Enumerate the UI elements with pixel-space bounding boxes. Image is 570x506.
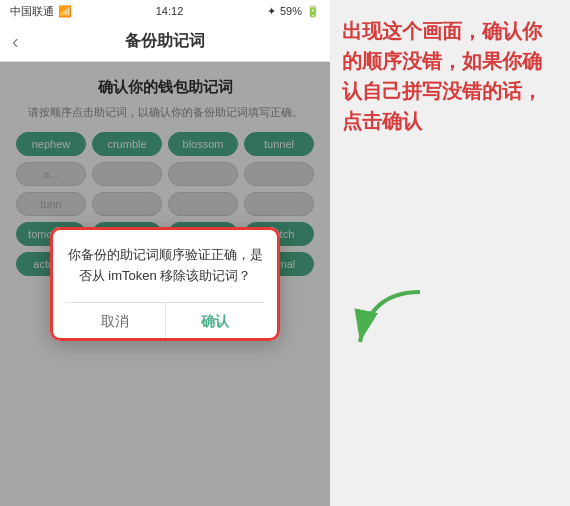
arrow-icon [350,282,430,362]
dialog-text: 你备份的助记词顺序验证正确，是否从 imToken 移除该助记词？ [66,245,264,287]
main-content: 确认你的钱包助记词 请按顺序点击助记词，以确认你的备份助记词填写正确。 neph… [0,62,330,506]
time: 14:12 [156,5,184,17]
arrow-wrap [350,282,430,366]
bluetooth-icon: ✦ [267,5,276,18]
carrier: 中国联通 [10,4,54,19]
status-bar: 中国联通 📶 14:12 ✦ 59% 🔋 [0,0,330,22]
dialog-cancel-button[interactable]: 取消 [66,303,166,341]
dialog-overlay: 你备份的助记词顺序验证正确，是否从 imToken 移除该助记词？ 取消 确认 [0,62,330,506]
annotation-text: 出现这个画面，确认你的顺序没错，如果你确认自己拼写没错的话，点击确认 [342,16,558,136]
dialog-actions: 取消 确认 [66,302,264,341]
status-right: ✦ 59% 🔋 [267,5,320,18]
battery-text: 59% [280,5,302,17]
phone-panel: 中国联通 📶 14:12 ✦ 59% 🔋 ‹ 备份助记词 确认你的钱包助记词 请… [0,0,330,506]
wifi-icon: 📶 [58,5,72,18]
nav-bar: ‹ 备份助记词 [0,22,330,62]
dialog-box: 你备份的助记词顺序验证正确，是否从 imToken 移除该助记词？ 取消 确认 [50,227,280,342]
status-left: 中国联通 📶 [10,4,72,19]
battery-icon: 🔋 [306,5,320,18]
nav-title: 备份助记词 [125,31,205,52]
back-button[interactable]: ‹ [12,30,19,53]
dialog-ok-button[interactable]: 确认 [166,303,265,341]
annotation-panel: 出现这个画面，确认你的顺序没错，如果你确认自己拼写没错的话，点击确认 [330,0,570,506]
